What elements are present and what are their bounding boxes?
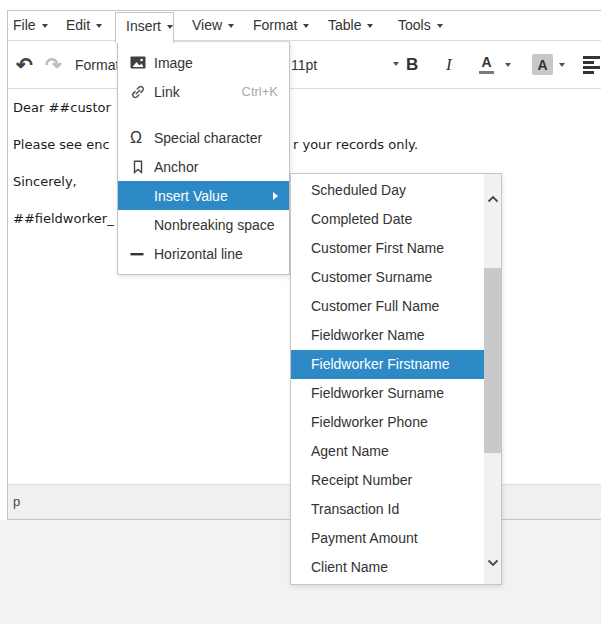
chevron-down-icon — [367, 24, 373, 28]
menu-item-label: Anchor — [154, 159, 198, 175]
submenu-item-transaction-id[interactable]: Transaction Id — [291, 495, 484, 524]
menubar-item-label: Format — [253, 17, 297, 33]
submenu-item-agent-name[interactable]: Agent Name — [291, 437, 484, 466]
undo-button[interactable]: ↶ — [16, 41, 33, 88]
background-color-button[interactable]: A — [532, 41, 553, 88]
scrollbar-thumb[interactable] — [484, 268, 501, 453]
menu-item-special-character[interactable]: ΩSpecial character — [118, 123, 289, 152]
menu-item-horizontal-line[interactable]: Horizontal line — [118, 239, 289, 268]
menu-item-insert-value[interactable]: Insert Value — [118, 181, 289, 210]
menu-item-anchor[interactable]: Anchor — [118, 152, 289, 181]
menubar-item-label: File — [13, 17, 36, 33]
submenu-arrow-icon — [273, 192, 278, 200]
menubar-item-table[interactable]: Table — [328, 11, 373, 41]
redo-button[interactable]: ↷ — [45, 41, 62, 88]
menubar-item-label: Tools — [398, 17, 431, 33]
submenu-item-scheduled-day[interactable]: Scheduled Day — [291, 176, 484, 205]
anchor-icon — [130, 158, 148, 175]
align-left-button[interactable] — [583, 41, 600, 88]
chevron-down-icon — [42, 24, 48, 28]
chevron-up-icon — [487, 195, 499, 203]
insert-value-submenu: Scheduled DayCompleted DateCustomer Firs… — [290, 173, 502, 585]
menubar: FileEditInsertViewFormatTableTools — [8, 11, 601, 41]
menu-item-label: Link — [154, 84, 180, 100]
chevron-down-icon — [559, 63, 565, 67]
horizontal-line-icon — [130, 245, 148, 262]
page: FileEditInsertViewFormatTableTools ↶ ↷ F… — [0, 0, 601, 624]
menu-item-icon-empty — [130, 187, 148, 204]
menu-item-image[interactable]: Image — [118, 48, 289, 77]
chevron-down-icon — [393, 62, 399, 66]
submenu-item-fieldworker-name[interactable]: Fieldworker Name — [291, 321, 484, 350]
menubar-item-label: View — [192, 17, 222, 33]
submenu-item-customer-first-name[interactable]: Customer First Name — [291, 234, 484, 263]
menu-item-link[interactable]: LinkCtrl+K — [118, 77, 289, 106]
menu-item-label: Horizontal line — [154, 246, 243, 262]
menubar-item-view[interactable]: View — [192, 11, 234, 41]
chevron-down-icon — [505, 63, 511, 67]
submenu-item-client-name[interactable]: Client Name — [291, 553, 484, 582]
menu-item-label: Image — [154, 55, 193, 71]
chevron-down-icon — [96, 24, 102, 28]
submenu-item-customer-surname[interactable]: Customer Surname — [291, 263, 484, 292]
insert-menu: ImageLinkCtrl+KΩSpecial characterAnchorI… — [117, 41, 290, 275]
toolbar: ↶ ↷ Formats 11pt B I A — [8, 41, 601, 89]
submenu-item-fieldworker-firstname[interactable]: Fieldworker Firstname — [291, 350, 484, 379]
document-line: Sincerely, — [13, 174, 77, 189]
submenu-item-fieldworker-phone[interactable]: Fieldworker Phone — [291, 408, 484, 437]
menubar-item-insert[interactable]: Insert — [115, 12, 174, 43]
menubar-item-edit[interactable]: Edit — [66, 11, 102, 41]
submenu-item-fieldworker-surname[interactable]: Fieldworker Surname — [291, 379, 484, 408]
image-icon — [130, 54, 148, 71]
menubar-item-label: Edit — [66, 17, 90, 33]
submenu-item-customer-full-name[interactable]: Customer Full Name — [291, 292, 484, 321]
fontsize-value: 11pt — [291, 57, 317, 73]
document-line: Please see enc — [13, 137, 110, 152]
bold-icon: B — [406, 55, 418, 75]
menu-item-nonbreaking-space[interactable]: Nonbreaking space — [118, 210, 289, 239]
link-icon — [130, 83, 148, 100]
menubar-item-file[interactable]: File — [13, 11, 48, 41]
menu-item-label: Nonbreaking space — [154, 217, 275, 233]
chevron-down-icon — [167, 25, 173, 29]
scroll-down-button[interactable] — [484, 546, 501, 580]
align-left-icon — [583, 56, 600, 74]
omega-icon: Ω — [130, 129, 148, 146]
document-line: Dear ##custor — [13, 100, 111, 115]
chevron-down-icon — [487, 559, 499, 567]
scroll-up-button[interactable] — [484, 182, 501, 216]
document-line: ##fieldworker_ — [13, 211, 114, 226]
menubar-item-tools[interactable]: Tools — [398, 11, 443, 41]
italic-button[interactable]: I — [446, 41, 452, 88]
menu-item-label: Special character — [154, 130, 262, 146]
background-color-icon: A — [532, 54, 553, 75]
menu-item-icon-empty — [130, 216, 148, 233]
menu-item-shortcut: Ctrl+K — [242, 84, 278, 99]
bold-button[interactable]: B — [406, 41, 418, 88]
chevron-down-icon — [303, 24, 309, 28]
menubar-item-format[interactable]: Format — [253, 11, 309, 41]
text-color-icon: A — [479, 55, 494, 74]
submenu-item-payment-amount[interactable]: Payment Amount — [291, 524, 484, 553]
menu-item-label: Insert Value — [154, 188, 228, 204]
italic-icon: I — [446, 55, 452, 75]
chevron-down-icon — [437, 24, 443, 28]
submenu-item-receipt-number[interactable]: Receipt Number — [291, 466, 484, 495]
document-line: r your records only. — [293, 137, 418, 152]
text-color-button[interactable]: A — [479, 41, 494, 88]
text-color-menu-button[interactable] — [505, 41, 515, 88]
element-path[interactable]: p — [13, 485, 20, 519]
submenu-scrollbar[interactable] — [484, 174, 501, 584]
menubar-item-label: Insert — [126, 18, 161, 34]
chevron-down-icon — [228, 24, 234, 28]
redo-icon: ↷ — [45, 53, 62, 77]
menu-separator — [118, 106, 289, 123]
fontsize-dropdown[interactable]: 11pt — [291, 41, 399, 88]
submenu-item-completed-date[interactable]: Completed Date — [291, 205, 484, 234]
background-color-menu-button[interactable] — [559, 41, 569, 88]
menubar-item-label: Table — [328, 17, 361, 33]
undo-icon: ↶ — [16, 53, 33, 77]
